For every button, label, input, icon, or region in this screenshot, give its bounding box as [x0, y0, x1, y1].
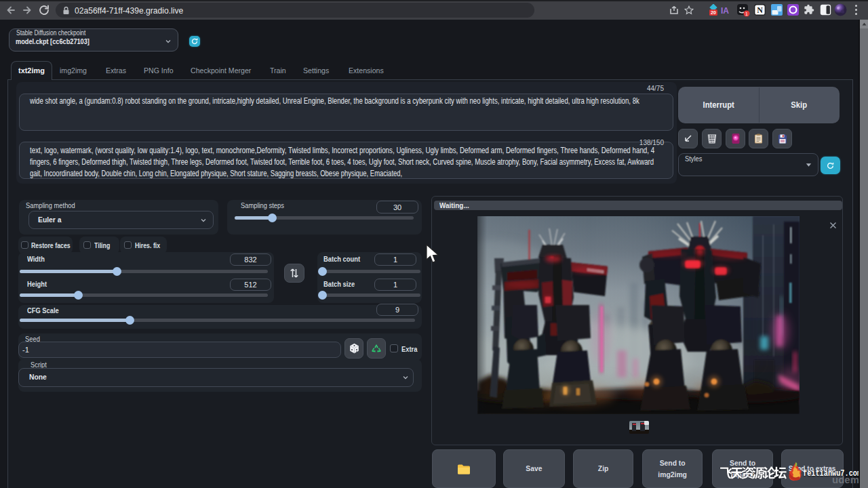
svg-text:20: 20: [711, 10, 716, 15]
svg-text:N: N: [757, 5, 763, 15]
svg-text:1: 1: [745, 12, 748, 16]
